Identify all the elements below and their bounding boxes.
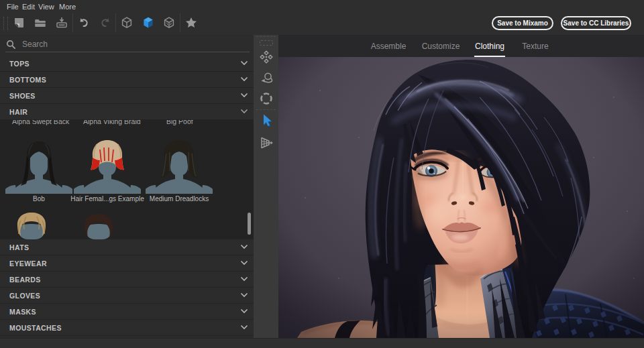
hair-thumbnail-female-example [72,132,142,194]
section-label: EYEWEAR [9,259,47,268]
section-shoes[interactable]: SHOES [0,88,254,104]
top-bar: File Edit View More [0,0,644,35]
hair-items-panel: Alpha Swept Back Alpha Viking Braid Big … [0,120,254,239]
undo-icon [76,15,91,30]
viewport-canvas[interactable] [278,57,644,338]
vignette-overlay [278,57,644,338]
section-label: BEARDS [9,276,41,284]
select-tool-icon [258,113,274,129]
hair-item-bob[interactable]: Bob [2,132,76,202]
hair-item-label: Bob [2,195,76,202]
tool-strip-separator [256,36,276,37]
new-note-button[interactable] [9,12,29,34]
cube-wireframe-icon [119,15,134,30]
import-save-button[interactable] [52,12,72,34]
star-icon [184,15,199,30]
search-row[interactable]: Search [0,35,254,54]
tool-strip-handle[interactable] [260,40,273,46]
section-label: BOTTOMS [9,76,46,84]
menu-view[interactable]: View [38,3,54,11]
section-label: HATS [9,243,29,251]
menu-more[interactable]: More [59,3,76,11]
mode-tab-bar: Assemble Customize Clothing Texture [278,35,644,57]
section-bottoms[interactable]: BOTTOMS [0,72,254,88]
hair-partial-row-2 [0,207,254,239]
asset-sidebar: Search TOPS BOTTOMS SHOES HAIR [0,35,254,338]
open-folder-button[interactable] [30,12,50,34]
section-label: TOPS [9,60,30,68]
tab-customize[interactable]: Customize [422,35,460,57]
search-underline [5,52,250,52]
import-save-icon [55,16,68,30]
search-input[interactable]: Search [22,40,48,49]
redo-button[interactable] [95,12,115,34]
hair-item-label: Alpha Swept Back [12,120,69,125]
orbit-tool-button[interactable] [254,68,278,88]
pan-target-tool-icon [258,91,274,107]
hair-thumbnail-medium-dreadlocks [144,132,214,194]
sidebar-scrollbar-thumb[interactable] [248,213,251,235]
select-tool-button[interactable] [254,111,278,131]
menu-file[interactable]: File [7,3,19,11]
open-folder-icon [34,16,47,30]
section-label: MASKS [9,308,36,316]
tab-texture[interactable]: Texture [522,35,548,57]
section-beards[interactable]: BEARDS [0,272,254,288]
search-icon [6,40,16,52]
undo-button[interactable] [74,12,94,34]
chevron-down-icon [240,244,248,249]
frustum-tool-button[interactable] [254,133,278,153]
hair-item-label: Alpha Viking Braid [83,120,141,125]
hair-item-hair-female[interactable]: Hair Femal...gs Example [70,132,144,202]
section-hats[interactable]: HATS [0,239,254,255]
menu-edit[interactable]: Edit [22,3,35,11]
section-label: SHOES [9,92,36,100]
hair-item-label: Hair Femal...gs Example [70,195,144,202]
chevron-down-icon [240,308,248,314]
main-toolbar [0,12,483,35]
chevron-down-icon [240,276,248,282]
move-tool-button[interactable] [254,47,278,67]
pan-target-tool-button[interactable] [254,89,278,109]
category-sections: TOPS BOTTOMS SHOES HAIR Alpha Swept Back… [0,56,254,336]
chevron-down-icon [240,76,248,82]
section-tops[interactable]: TOPS [0,56,254,72]
hair-item-label: Medium Dreadlocks [142,195,216,202]
section-hair[interactable]: HAIR [0,104,254,120]
section-label: HAIR [9,108,28,116]
section-eyewear[interactable]: EYEWEAR [0,255,254,272]
frustum-tool-icon [258,135,274,151]
hair-thumbnail-bob [4,132,74,194]
cube-textured-button[interactable] [159,12,179,34]
cube-solid-icon [141,15,156,30]
cube-solid-button[interactable] [138,12,158,34]
section-masks[interactable]: MASKS [0,304,254,320]
cube-textured-icon [162,15,176,30]
hair-item-label: Big Poof [166,120,193,125]
hair-item-medium-dreadlocks[interactable]: Medium Dreadlocks [142,132,216,202]
orbit-tool-icon [258,70,274,86]
save-to-mixamo-button[interactable]: Save to Mixamo [492,16,553,30]
application-window: File Edit View More [0,0,644,348]
toolbar-separator [72,13,73,32]
main-area: Assemble Customize Clothing Texture [278,35,644,338]
cube-wireframe-button[interactable] [117,12,137,34]
chevron-down-icon [240,260,248,266]
status-footer [0,338,644,348]
save-to-cc-libraries-button[interactable]: Save to CC Libraries [561,16,631,30]
hair-partial-row-labels: Alpha Swept Back Alpha Viking Braid Big … [0,120,254,126]
toolbar-separator [180,13,180,32]
chevron-down-icon [240,60,248,66]
tab-clothing[interactable]: Clothing [475,35,504,57]
toolbar-grip[interactable] [3,17,8,30]
chevron-down-icon [240,93,248,98]
tab-assemble[interactable]: Assemble [371,35,407,57]
favorites-button[interactable] [181,12,201,34]
section-moustaches[interactable]: MOUSTACHES [0,320,254,336]
section-gloves[interactable]: GLOVES [0,288,254,304]
menu-bar: File Edit View More [0,0,134,12]
character-portrait [278,57,644,338]
viewport-tool-strip [254,35,278,338]
new-note-icon [12,16,25,30]
section-label: GLOVES [9,292,40,300]
